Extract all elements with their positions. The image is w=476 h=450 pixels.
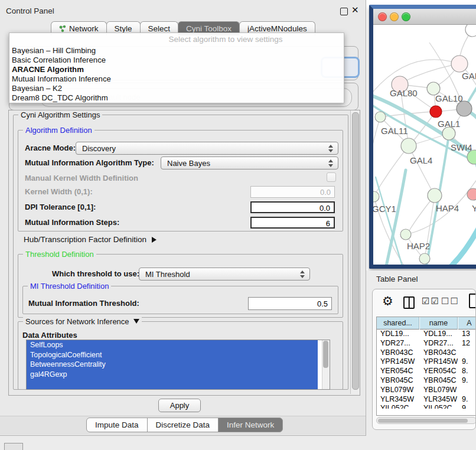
network-node[interactable]	[451, 56, 468, 72]
column-header[interactable]: name	[420, 317, 458, 330]
table-cell: 9.	[462, 357, 476, 367]
tab-impute-data[interactable]: Impute Data	[86, 418, 148, 432]
table-row[interactable]: YBR045CYBR045C9.	[377, 376, 476, 386]
network-node[interactable]	[373, 191, 379, 202]
column-header[interactable]: A	[458, 317, 476, 330]
data-attributes-label: Data Attributes	[22, 331, 77, 340]
sources-title: Sources for Network Inference	[25, 317, 129, 326]
algorithm-option[interactable]: Bayesian – Hill Climbing	[12, 46, 341, 56]
table-cell	[462, 348, 476, 358]
selected-value: Discovery	[82, 144, 116, 153]
columns-icon[interactable]	[403, 296, 415, 309]
network-node[interactable]	[401, 138, 416, 154]
algorithm-option[interactable]: Bayesian – K2	[12, 84, 341, 93]
network-edge	[373, 117, 380, 167]
network-node[interactable]	[467, 188, 476, 200]
stepper-icon	[300, 270, 305, 278]
table-cell: YBL079W	[423, 386, 458, 395]
network-node-label: Y	[472, 203, 476, 213]
node-attribute-table[interactable]: shared...nameA YDL19...YDL19...13YDR27..…	[376, 317, 476, 416]
attribute-item[interactable]: gal4RGexp	[27, 370, 318, 380]
mi-type-row: Mutual Information Algorithm Type: Naive…	[25, 156, 338, 169]
network-node-label: SWI4	[451, 142, 472, 152]
aracne-mode-label: Aracne Mode:	[25, 144, 76, 152]
network-node[interactable]	[400, 229, 411, 240]
table-cell: YDL19...	[380, 330, 419, 339]
table-cell: YER054C	[423, 367, 458, 376]
settings-vertical-scrollbar[interactable]	[350, 110, 359, 394]
table-row[interactable]: YDL19...YDL19...13	[377, 330, 476, 339]
table-cell: 8.	[462, 367, 476, 376]
network-node-label: GAL11	[381, 126, 408, 136]
scrollbar-thumb[interactable]	[352, 112, 359, 390]
kernel-width-row: Kernel Width (0,1): 0.0	[25, 186, 338, 198]
network-node[interactable]	[457, 101, 472, 116]
table-row[interactable]: YER054CYER054C8.	[377, 367, 476, 376]
mi-steps-field[interactable]: 6	[250, 217, 335, 229]
table-row[interactable]: YBR043CYBR043C	[377, 348, 476, 358]
minimize-traffic-light-icon[interactable]	[390, 12, 399, 21]
scrollbar-thumb[interactable]	[378, 419, 468, 423]
network-graph: GALGAL80GAL10GAL1SWI4GAL11GAL4GCY1HAP4YH…	[373, 25, 476, 269]
stepper-icon	[328, 145, 334, 152]
close-traffic-light-icon[interactable]	[378, 12, 387, 21]
sources-toggle[interactable]: Sources for Network Inference	[23, 317, 142, 326]
hub-section-toggle[interactable]: Hub/Transcription Factor Definition	[24, 235, 157, 244]
zoom-traffic-light-icon[interactable]	[402, 12, 410, 21]
gear-icon[interactable]: ⚙	[382, 294, 393, 308]
group-title: Threshold Definition	[23, 250, 96, 259]
table-cell: 9.	[462, 376, 476, 386]
table-row[interactable]: YIL052CYIL052C9.	[377, 404, 476, 409]
network-node[interactable]	[375, 112, 386, 122]
table-row[interactable]: YDR27...YDR27...12	[377, 339, 476, 348]
aracne-mode-select[interactable]: Discovery	[76, 142, 338, 155]
algorithm-option[interactable]: Basic Correlation Inference	[12, 56, 341, 65]
table-cell: YER054C	[380, 367, 419, 376]
attribute-item[interactable]	[27, 379, 318, 389]
select-all-checkboxes-icon[interactable]: ☑☑	[422, 296, 440, 306]
table-row[interactable]: YBL079WYBL079W	[377, 386, 476, 395]
table-cell: YBR043C	[380, 348, 419, 358]
mi-threshold-field[interactable]: 0.5	[248, 297, 332, 310]
attribute-item[interactable]: BetweennessCentrality	[27, 360, 318, 370]
document-icon[interactable]	[469, 294, 476, 308]
network-node[interactable]	[430, 106, 442, 118]
tab-infer-network[interactable]: Infer Network	[218, 418, 283, 432]
table-cell: YLR345W	[423, 395, 458, 405]
network-node[interactable]	[419, 253, 430, 264]
column-header[interactable]: shared...	[377, 317, 419, 330]
network-node[interactable]	[465, 25, 476, 37]
algorithm-option[interactable]: Dream8 DC_TDC Algorithm	[12, 93, 341, 103]
table-cell: 12	[462, 339, 476, 348]
table-cell: YIL052C	[380, 404, 419, 409]
algorithm-option[interactable]: Mutual Information Inference	[12, 74, 341, 84]
table-row[interactable]: YPR145WYPR145W9.	[377, 357, 476, 367]
group-title: Algorithm Definition	[23, 126, 94, 135]
table-row[interactable]: YLR345WYLR345W9.	[377, 395, 476, 405]
deselect-all-checkboxes-icon[interactable]: ☐☐	[441, 296, 459, 306]
algorithm-option[interactable]: ARACNE Algorithm	[12, 65, 341, 74]
apply-button[interactable]: Apply	[158, 399, 201, 412]
list-scrollbar[interactable]	[322, 340, 330, 389]
table-cell: YBR045C	[423, 376, 458, 386]
dpi-tolerance-field[interactable]: 0.0	[250, 201, 335, 213]
network-view-window[interactable]: GALGAL80GAL10GAL1SWI4GAL11GAL4GCY1HAP4YH…	[369, 5, 476, 269]
close-icon[interactable]: ✕	[351, 5, 359, 15]
network-node[interactable]	[442, 127, 455, 140]
network-window-titlebar[interactable]	[373, 9, 476, 25]
which-threshold-select[interactable]: MI Threshold	[139, 268, 310, 281]
network-canvas[interactable]: GALGAL80GAL10GAL1SWI4GAL11GAL4GCY1HAP4YH…	[373, 25, 476, 265]
data-attributes-list[interactable]: SelfLoopsTopologicalCoefficientBetweenne…	[26, 340, 330, 390]
tab-discretize-data[interactable]: Discretize Data	[147, 418, 219, 432]
float-window-icon[interactable]	[340, 8, 348, 15]
kernel-width-field[interactable]: 0.0	[250, 186, 335, 198]
network-node[interactable]	[428, 188, 442, 203]
scrollbar-thumb[interactable]	[323, 341, 328, 368]
attribute-item[interactable]: SelfLoops	[27, 340, 318, 350]
manual-kernel-checkbox[interactable]	[327, 172, 336, 182]
mi-type-select[interactable]: Naive Bayes	[161, 156, 338, 169]
collapsed-panel-icon[interactable]	[4, 443, 23, 450]
network-node-label: GCY1	[373, 204, 396, 214]
attribute-item[interactable]: TopologicalCoefficient	[27, 350, 318, 360]
table-horizontal-scrollbar[interactable]	[376, 417, 476, 424]
